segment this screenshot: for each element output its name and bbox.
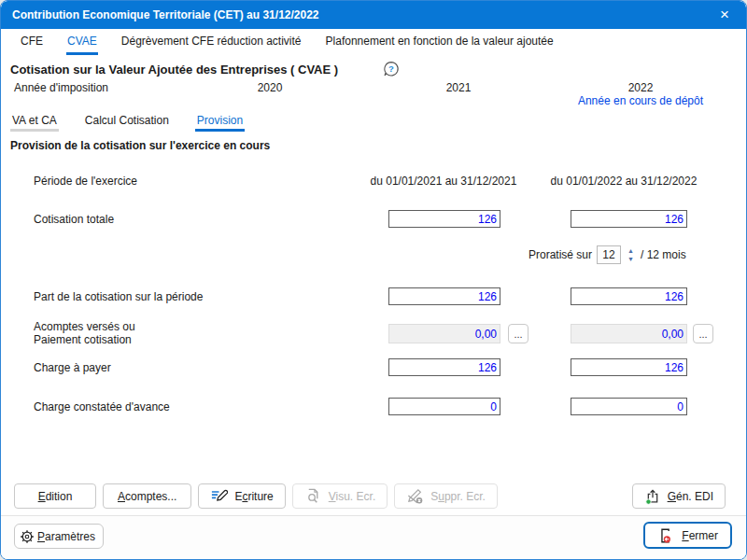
subtab-calcul-cotisation-label: Calcul Cotisation [85,114,169,127]
sub-tab-bar: VA et CA Calcul Cotisation Provision [10,111,245,132]
tab-degrevement-label: Dégrèvement CFE réduction activité [121,35,302,48]
parametres-button[interactable]: Paramètres [14,524,104,549]
charge-avance-label: Charge constatée d'avance [34,400,170,413]
tab-degrevement[interactable]: Dégrèvement CFE réduction activité [120,29,303,55]
toolbar: Edition Acomptes... Ecriture [14,483,498,509]
fermer-button[interactable]: Fermer [643,522,732,549]
periode-col2: du 01/01/2022 au 31/12/2022 [548,175,699,188]
document-magnifier-icon [304,487,322,505]
proratise-months-stepper[interactable] [597,245,621,264]
main-tab-bar: CFE CVAE Dégrèvement CFE réduction activ… [1,29,746,55]
window-title: Contribution Economique Territoriale (CE… [12,8,319,21]
edition-label: Edition [38,490,73,503]
cet-dialog-window: Contribution Economique Territoriale (CE… [0,0,747,560]
section-title: Cotisation sur la Valeur Ajoutée des Ent… [10,63,338,77]
cotisation-totale-input-2021[interactable] [388,210,500,228]
year-2020: 2020 [223,81,317,94]
upload-share-icon [644,488,661,505]
year-2021: 2021 [412,81,505,94]
periode-col1: du 01/01/2021 au 31/12/2021 [368,175,519,188]
proratise-stepper-arrows: ▲ ▼ [626,246,636,263]
tab-cfe-label: CFE [21,35,43,48]
subtab-va-et-ca-label: VA et CA [12,114,57,127]
charge-avance-input-2022[interactable] [571,398,687,415]
pencil-write-icon [210,487,228,505]
tab-plafonnement[interactable]: Plafonnement en fonction de la valeur aj… [325,29,555,55]
part-cotisation-label: Part de la cotisation sur la période [34,290,203,303]
acomptes-label-line1: Acomptes versés ou [34,320,135,333]
acomptes-input-2022 [571,324,687,343]
help-icon[interactable]: ? [382,60,401,78]
proratise-suffix: / 12 mois [641,248,686,261]
acomptes-label: Acomptes... [118,490,176,503]
charge-payer-input-2022[interactable] [571,358,687,376]
charge-payer-input-2021[interactable] [388,358,500,376]
subtab-va-et-ca[interactable]: VA et CA [10,111,59,132]
part-cotisation-input-2021[interactable] [388,287,500,305]
year-2022: 2022 [594,81,687,94]
visu-ecr-button: Visu. Ecr. [292,483,388,509]
acomptes-browse-button-2022[interactable]: ... [693,324,713,343]
year-note: Année en cours de dépôt [547,94,734,107]
charge-payer-label: Charge à payer [34,361,111,374]
acomptes-input-2021 [388,324,500,343]
periode-label: Période de l'exercice [34,175,137,188]
stepper-down-icon[interactable]: ▼ [626,255,636,263]
proratise-row: Proratisé sur ▲ ▼ / 12 mois [529,245,686,264]
fermer-label: Fermer [682,529,718,542]
exit-door-icon [657,527,674,544]
cotisation-totale-label: Cotisation totale [34,213,114,226]
stepper-up-icon[interactable]: ▲ [626,246,636,255]
suppr-ecr-label: Suppr. Ecr. [430,490,486,503]
title-bar: Contribution Economique Territoriale (CE… [1,1,746,29]
acomptes-label-line2: Paiement cotisation [34,333,132,346]
suppr-ecr-button: Suppr. Ecr. [394,483,498,509]
gear-icon [19,528,35,545]
subtab-calcul-cotisation[interactable]: Calcul Cotisation [83,111,171,132]
pencil-delete-icon [406,487,424,505]
subtab-provision[interactable]: Provision [195,111,245,132]
acomptes-button[interactable]: Acomptes... [103,483,191,509]
part-cotisation-input-2022[interactable] [571,287,687,305]
proratise-prefix: Proratisé sur [529,248,592,261]
footer-bar: Paramètres Fermer [1,516,746,560]
ecriture-button[interactable]: Ecriture [198,483,285,509]
close-icon[interactable]: × [714,5,735,25]
tab-cvae[interactable]: CVAE [66,29,98,55]
provision-heading: Provision de la cotisation sur l'exercic… [10,139,270,152]
charge-avance-input-2021[interactable] [388,398,500,415]
parametres-label: Paramètres [37,530,95,543]
gen-edi-label: Gén. EDI [668,490,713,503]
edition-button[interactable]: Edition [14,483,96,509]
tab-cvae-label: CVAE [67,35,97,48]
svg-text:?: ? [388,63,394,74]
year-row-label: Année d'imposition [14,81,108,94]
tab-plafonnement-label: Plafonnement en fonction de la valeur aj… [326,35,554,48]
acomptes-browse-button-2021[interactable]: ... [508,324,529,343]
cotisation-totale-input-2022[interactable] [571,210,687,228]
subtab-provision-label: Provision [197,114,243,127]
gen-edi-button[interactable]: Gén. EDI [632,483,726,509]
visu-ecr-label: Visu. Ecr. [329,490,375,503]
ecriture-label: Ecriture [234,490,273,503]
tab-cfe[interactable]: CFE [20,29,44,55]
